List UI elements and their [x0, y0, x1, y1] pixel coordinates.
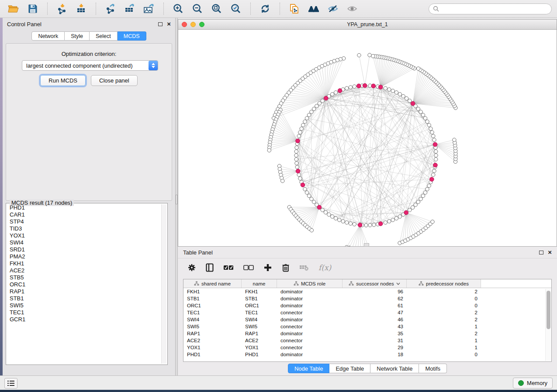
show-all-button[interactable]: [344, 2, 360, 16]
table-row[interactable]: ORC1ORC1dominator610: [183, 302, 551, 309]
zoom-in-button[interactable]: [170, 2, 187, 16]
column-header-name[interactable]: name: [242, 279, 277, 288]
mcds-result-item[interactable]: SRD1: [7, 246, 161, 253]
import-network-button[interactable]: [54, 2, 70, 16]
delete-column-button[interactable]: [282, 263, 290, 272]
network-canvas[interactable]: [178, 30, 557, 246]
tab-select[interactable]: Select: [90, 31, 118, 41]
export-table-icon: [124, 3, 135, 14]
close-table-panel-icon[interactable]: ×: [548, 250, 552, 254]
mcds-result-item[interactable]: STB5: [7, 274, 161, 281]
zoom-out-button[interactable]: [189, 2, 206, 16]
save-session-button[interactable]: [24, 2, 41, 16]
show-task-history-button[interactable]: [4, 378, 17, 389]
table-cell: 0: [407, 302, 481, 309]
zoom-selected-button[interactable]: [228, 2, 244, 16]
table-row[interactable]: TEC1TEC1connector472: [183, 309, 551, 316]
table-cell: SWI5: [242, 323, 277, 330]
table-row[interactable]: FKH1FKH1dominator962: [183, 288, 551, 295]
tab-network-table[interactable]: Network Table: [370, 364, 419, 373]
first-neighbors-button[interactable]: [305, 2, 322, 16]
apply-layout-button[interactable]: [257, 2, 273, 16]
column-header-shared-name[interactable]: shared name: [183, 279, 242, 288]
select-all-button[interactable]: [223, 265, 234, 271]
table-row[interactable]: ACE2ACE2connector311: [183, 337, 551, 344]
table-cell: 46: [343, 316, 407, 323]
mcds-result-item[interactable]: PMA2: [7, 253, 161, 260]
mcds-result-item[interactable]: TID3: [7, 225, 161, 232]
mcds-result-list[interactable]: PHD1CAR1STP4TID3YOX1SWI4SRD1PMA2FKH1ACE2…: [7, 204, 161, 364]
column-header-successor-nodes[interactable]: successor nodes: [343, 279, 407, 288]
tab-node-table[interactable]: Node Table: [288, 364, 330, 373]
table-scrollbar-thumb[interactable]: [547, 291, 550, 329]
mcds-list-scrollbar[interactable]: [161, 204, 166, 364]
table-cell: YOX1: [183, 344, 242, 351]
mcds-result-item[interactable]: SWI4: [7, 239, 161, 246]
mcds-result-item[interactable]: STB1: [7, 295, 161, 302]
horizontal-splitter-grip[interactable]: [364, 243, 369, 247]
refresh-icon: [259, 3, 271, 14]
table-row[interactable]: RAP1RAP1dominator352: [183, 330, 551, 337]
mcds-result-item[interactable]: ACE2: [7, 267, 161, 274]
mcds-result-item[interactable]: PHD1: [7, 204, 161, 211]
deselect-all-button[interactable]: [243, 265, 254, 271]
float-table-panel-icon[interactable]: [539, 251, 543, 254]
column-browser-button[interactable]: [206, 263, 214, 272]
table-row[interactable]: YOX1YOX1connector291: [183, 344, 551, 351]
table-options-button[interactable]: [187, 263, 196, 272]
table-row[interactable]: STB1STB1dominator620: [183, 295, 551, 302]
delete-table-button-disabled: [299, 264, 309, 271]
mcds-result-item[interactable]: YOX1: [7, 232, 161, 239]
optimization-criterion-label: Optimization criterion:: [6, 51, 172, 57]
toolbar-separator: [96, 3, 96, 15]
table-row[interactable]: PHD1PHD1dominator180: [183, 351, 551, 358]
column-header-MCDS-role[interactable]: MCDS role: [277, 279, 343, 288]
tab-edge-table[interactable]: Edge Table: [329, 364, 370, 373]
close-panel-icon[interactable]: ×: [167, 22, 171, 26]
mcds-result-item[interactable]: RAP1: [7, 288, 161, 295]
close-panel-button[interactable]: Close panel: [91, 75, 138, 86]
run-mcds-button[interactable]: Run MCDS: [40, 75, 86, 86]
table-cell: 43: [343, 323, 407, 330]
table-cell: SWI4: [242, 316, 277, 323]
table-cell: STB1: [242, 295, 277, 302]
open-folder-icon: [7, 3, 20, 14]
export-network-button[interactable]: [102, 2, 119, 16]
network-window-titlebar[interactable]: YPA_prune.txt_1: [178, 20, 557, 30]
memory-button[interactable]: Memory: [513, 378, 553, 389]
criterion-dropdown[interactable]: largest connected component (undirected): [22, 60, 158, 71]
mcds-result-item[interactable]: STP4: [7, 218, 161, 225]
network-graph[interactable]: [178, 30, 557, 246]
table-row[interactable]: SWI4SWI4dominator462: [183, 316, 551, 323]
export-image-button[interactable]: [141, 2, 157, 16]
shared-column-icon: [294, 281, 299, 286]
column-header-predecessor-nodes[interactable]: predecessor nodes: [407, 279, 481, 288]
mcds-result-item[interactable]: GCR1: [7, 316, 161, 323]
float-panel-icon[interactable]: [158, 22, 163, 26]
hide-selected-button[interactable]: [325, 2, 341, 16]
mcds-result-item[interactable]: SWI5: [7, 302, 161, 309]
tab-network[interactable]: Network: [31, 31, 65, 41]
node-table: shared namenameMCDS rolesuccessor nodesp…: [183, 279, 552, 362]
export-table-button[interactable]: [121, 2, 138, 16]
mcds-result-item[interactable]: ORC1: [7, 281, 161, 288]
table-body: FKH1FKH1dominator962STB1STB1dominator620…: [183, 288, 551, 358]
import-table-button[interactable]: [73, 2, 90, 16]
new-network-from-selection-button[interactable]: [286, 2, 303, 16]
mcds-result-item[interactable]: CAR1: [7, 211, 161, 218]
table-row[interactable]: SWI5SWI5connector431: [183, 323, 551, 330]
table-cell: dominator: [277, 316, 343, 323]
add-column-button[interactable]: [263, 263, 272, 272]
tab-mcds[interactable]: MCDS: [118, 31, 146, 41]
search-input[interactable]: [442, 6, 547, 12]
open-session-button[interactable]: [5, 2, 22, 16]
tab-motifs[interactable]: Motifs: [419, 364, 447, 373]
table-cell: RAP1: [242, 330, 277, 337]
search-field[interactable]: [429, 3, 552, 14]
tab-style[interactable]: Style: [65, 31, 90, 41]
table-scrollbar[interactable]: [545, 289, 551, 361]
mcds-result-item[interactable]: FKH1: [7, 260, 161, 267]
splitter-grip[interactable]: [176, 195, 177, 204]
mcds-result-item[interactable]: TEC1: [7, 309, 161, 316]
zoom-fit-button[interactable]: [208, 2, 225, 16]
